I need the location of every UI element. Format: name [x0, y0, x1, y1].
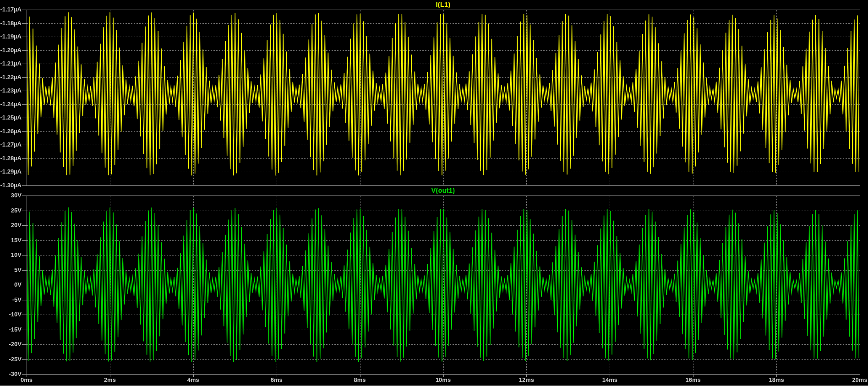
- y-tick-label: -10V: [0, 311, 22, 318]
- waveform-pane-bottom[interactable]: [22, 196, 861, 377]
- x-tick-label: 4ms: [173, 376, 214, 384]
- y-tick-label: -1.18µA: [0, 20, 22, 27]
- y-tick-label: -1.30µA: [0, 182, 22, 189]
- y-tick-label: 10V: [0, 251, 22, 259]
- trace-label-bottom[interactable]: V(out1): [27, 187, 860, 194]
- y-tick-label: -1.22µA: [0, 74, 22, 81]
- y-tick-label: -1.21µA: [0, 60, 22, 67]
- y-tick-label: 20V: [0, 222, 22, 229]
- waveform-pane-top[interactable]: [22, 10, 861, 186]
- x-tick-label: 12ms: [506, 376, 547, 384]
- x-tick-label: 14ms: [589, 376, 630, 384]
- y-tick-label: 30V: [0, 192, 22, 199]
- y-tick-label: -15V: [0, 326, 22, 333]
- y-tick-label: -1.19µA: [0, 33, 22, 40]
- y-tick-label: -1.24µA: [0, 101, 22, 108]
- y-tick-label: 15V: [0, 237, 22, 244]
- y-tick-label: 25V: [0, 207, 22, 214]
- trace-label-top[interactable]: I(L1): [27, 1, 860, 8]
- y-tick-label: -1.29µA: [0, 168, 22, 175]
- x-tick-label: 6ms: [256, 376, 297, 384]
- x-tick-label: 2ms: [89, 376, 131, 384]
- x-tick-label: 0ms: [6, 376, 47, 384]
- y-tick-label: -25V: [0, 356, 22, 363]
- y-tick-label: -1.26µA: [0, 128, 22, 135]
- y-tick-label: -5V: [0, 296, 22, 304]
- y-tick-label: -1.28µA: [0, 155, 22, 162]
- y-tick-label: -1.27µA: [0, 141, 22, 148]
- y-tick-label: 5V: [0, 266, 22, 274]
- y-tick-label: -1.25µA: [0, 114, 22, 121]
- waveform-viewer-window: I(L1) V(out1) -1.17µA-1.18µA-1.19µA-1.20…: [0, 0, 868, 386]
- x-tick-label: 20ms: [839, 376, 868, 384]
- x-tick-label: 16ms: [672, 376, 714, 384]
- y-tick-label: -1.17µA: [0, 6, 22, 13]
- x-tick-label: 18ms: [756, 376, 797, 384]
- x-tick-label: 8ms: [339, 376, 381, 384]
- y-tick-label: -20V: [0, 341, 22, 348]
- y-tick-label: -1.20µA: [0, 47, 22, 54]
- x-tick-label: 10ms: [423, 376, 464, 384]
- y-tick-label: 0V: [0, 281, 22, 288]
- y-tick-label: -1.23µA: [0, 87, 22, 94]
- window-bottom-edge: [0, 385, 868, 386]
